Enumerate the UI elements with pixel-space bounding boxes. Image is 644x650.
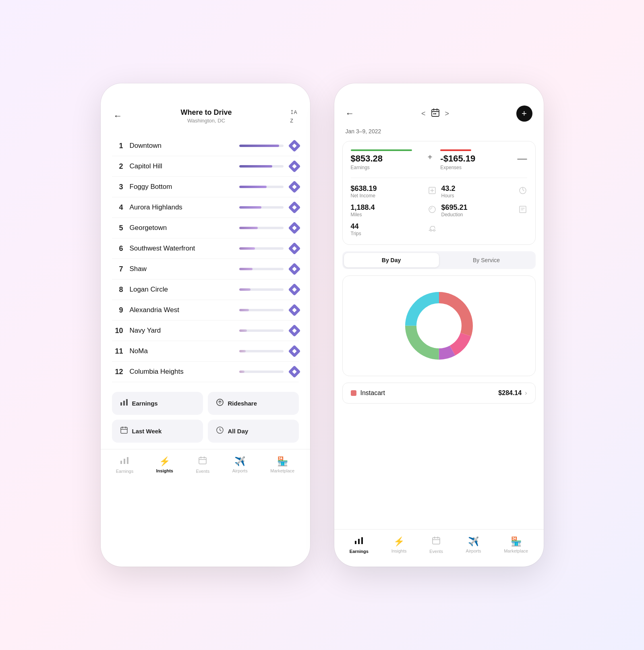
nav-item-events[interactable]: Events — [196, 456, 210, 474]
hours-value: 43.2 — [441, 184, 514, 193]
left-phone: ← Where to Drive Washington, DC ↕AZ 1 Do… — [101, 83, 310, 567]
map-pin-icon[interactable] — [288, 242, 300, 255]
list-item[interactable]: 9 Alexandria West — [112, 300, 299, 321]
all-day-filter-button[interactable]: All Day — [208, 420, 299, 443]
svg-rect-11 — [433, 113, 435, 114]
sort-button[interactable]: ↕AZ — [290, 108, 297, 124]
map-pin-icon[interactable] — [288, 304, 300, 316]
trips-block: 44 Trips — [351, 222, 423, 236]
deduction-icon — [518, 205, 527, 216]
chevron-right-icon: › — [525, 389, 527, 397]
airports-nav-icon: ✈️ — [234, 456, 245, 467]
earnings-bar — [351, 149, 412, 151]
service-row[interactable]: Instacart $284.14 › — [342, 383, 536, 404]
left-header: ← Where to Drive Washington, DC ↕AZ — [101, 83, 310, 132]
nav-item-earnings[interactable]: Earnings — [116, 456, 133, 474]
page-title: Where to Drive — [180, 108, 232, 117]
back-button[interactable]: ← — [346, 108, 354, 119]
tab-by-day[interactable]: By Day — [344, 253, 439, 267]
trips-icon — [428, 224, 437, 235]
list-item[interactable]: 8 Logan Circle — [112, 279, 299, 300]
calendar-icon[interactable] — [431, 108, 440, 120]
svg-rect-6 — [120, 461, 122, 464]
hours-label: Hours — [441, 193, 514, 199]
svg-rect-26 — [358, 539, 360, 544]
map-pin-icon[interactable] — [288, 221, 300, 234]
donut-chart — [399, 286, 479, 366]
earnings-filter-button[interactable]: Earnings — [112, 392, 203, 415]
right-phone: ← < > + Jan 3–9, 2022 $853.28 Earnings + — [334, 83, 544, 567]
nav-item-insights[interactable]: ⚡ Insights — [156, 456, 173, 473]
list-item[interactable]: 5 Georgetown — [112, 218, 299, 238]
events-nav-icon — [432, 536, 441, 547]
list-item[interactable]: 2 Capitol Hill — [112, 156, 299, 177]
svg-rect-0 — [120, 402, 122, 406]
map-pin-icon[interactable] — [288, 139, 300, 152]
list-item[interactable]: 7 Shaw — [112, 259, 299, 279]
subtract-expenses-button[interactable]: — — [518, 153, 527, 164]
svg-rect-27 — [361, 537, 363, 544]
right-nav-item-events[interactable]: Events — [429, 536, 443, 554]
expenses-label: Expenses — [440, 165, 517, 170]
svg-rect-7 — [124, 459, 125, 464]
svg-rect-9 — [199, 457, 206, 464]
map-pin-icon[interactable] — [288, 365, 300, 378]
map-pin-icon[interactable] — [288, 324, 300, 337]
events-nav-icon — [198, 456, 207, 467]
svg-rect-28 — [433, 538, 440, 544]
add-button[interactable]: + — [516, 106, 532, 122]
insights-nav-icon: ⚡ — [393, 536, 404, 547]
service-amount: $284.14 — [498, 389, 522, 397]
list-item[interactable]: 11 NoMa — [112, 341, 299, 362]
add-earnings-button[interactable]: + — [428, 153, 433, 162]
list-item[interactable]: 10 Navy Yard — [112, 321, 299, 341]
map-pin-icon[interactable] — [288, 345, 300, 357]
earnings-nav-icon — [120, 456, 129, 467]
right-nav-item-airports[interactable]: ✈️ Airports — [466, 536, 481, 553]
right-nav-item-earnings[interactable]: Earnings — [350, 536, 369, 554]
filter-section: Earnings Rideshare Last Week All Day — [101, 385, 310, 449]
marketplace-nav-icon: 🏪 — [511, 536, 522, 547]
rideshare-filter-button[interactable]: Rideshare — [208, 392, 299, 415]
marketplace-nav-icon: 🏪 — [277, 456, 288, 467]
svg-rect-2 — [126, 399, 128, 406]
right-nav-item-marketplace[interactable]: 🏪 Marketplace — [504, 536, 528, 553]
nav-controls: < > — [421, 108, 449, 120]
earnings-block: $853.28 Earnings — [351, 149, 428, 170]
miles-label: Miles — [351, 212, 423, 217]
deduction-label: Deduction — [441, 212, 514, 217]
insights-nav-icon: ⚡ — [159, 456, 170, 467]
svg-rect-25 — [355, 541, 356, 544]
map-pin-icon[interactable] — [288, 201, 300, 213]
map-pin-icon[interactable] — [288, 263, 300, 275]
clock-icon — [216, 426, 224, 436]
list-item[interactable]: 3 Foggy Bottom — [112, 177, 299, 197]
next-button[interactable]: > — [445, 110, 449, 118]
nav-item-marketplace[interactable]: 🏪 Marketplace — [270, 456, 294, 473]
airports-nav-icon: ✈️ — [468, 536, 479, 547]
list-item[interactable]: 1 Downtown — [112, 136, 299, 156]
miles-block: 1,188.4 Miles — [351, 203, 423, 217]
expenses-block: -$165.19 Expenses — [440, 149, 517, 170]
nav-item-airports[interactable]: ✈️ Airports — [232, 456, 248, 473]
date-range: Jan 3–9, 2022 — [334, 128, 544, 141]
prev-button[interactable]: < — [421, 110, 426, 118]
map-pin-icon[interactable] — [288, 160, 300, 172]
list-item[interactable]: 4 Aurora Highlands — [112, 197, 299, 218]
right-bottom-nav: Earnings ⚡ Insights Events ✈️ Airports 🏪… — [334, 529, 544, 567]
svg-point-15 — [429, 206, 435, 213]
list-item[interactable]: 12 Columbia Heights — [112, 362, 299, 382]
last-week-filter-button[interactable]: Last Week — [112, 420, 203, 443]
map-pin-icon[interactable] — [288, 283, 300, 296]
hours-icon — [518, 186, 527, 197]
map-pin-icon[interactable] — [288, 180, 300, 193]
svg-rect-1 — [123, 401, 125, 406]
back-button[interactable]: ← — [114, 111, 122, 121]
service-name: Instacart — [360, 389, 499, 397]
right-nav-item-insights[interactable]: ⚡ Insights — [391, 536, 407, 553]
tab-by-service[interactable]: By Service — [439, 253, 534, 267]
miles-icon — [428, 205, 437, 216]
expenses-bar — [440, 149, 471, 151]
list-item[interactable]: 6 Southwest Waterfront — [112, 238, 299, 259]
chart-container — [342, 275, 536, 376]
